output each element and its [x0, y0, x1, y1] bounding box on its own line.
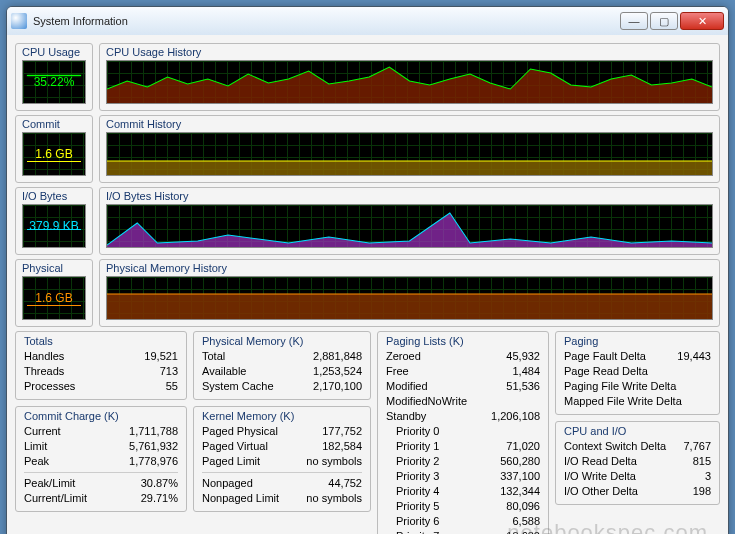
commit-history-graph [106, 132, 713, 176]
cpu-usage-value: 35.22% [34, 75, 75, 89]
cpu-history-graph [106, 60, 713, 104]
physical-value: 1.6 GB [35, 291, 72, 305]
physical-history-panel: Physical Memory History [99, 259, 720, 327]
paging-panel: Paging Page Fault Delta19,443 Page Read … [555, 331, 720, 415]
cpu-io-panel: CPU and I/O Context Switch Delta7,767 I/… [555, 421, 720, 505]
commit-gauge: Commit 1.6 GB [15, 115, 93, 183]
io-gauge: I/O Bytes 379.9 KB [15, 187, 93, 255]
minimize-button[interactable]: — [620, 12, 648, 30]
physical-gauge: Physical 1.6 GB [15, 259, 93, 327]
app-icon [11, 13, 27, 29]
io-history-panel: I/O Bytes History [99, 187, 720, 255]
history-label: CPU Usage History [106, 46, 713, 58]
physical-history-graph [106, 276, 713, 320]
kernel-memory-panel: Kernel Memory (K) Paged Physical177,752 … [193, 406, 371, 512]
paging-lists-panel: Paging Lists (K) Zeroed45,932 Free1,484 … [377, 331, 549, 534]
io-value: 379.9 KB [29, 219, 78, 233]
titlebar[interactable]: System Information — ▢ ✕ [7, 7, 728, 35]
commit-charge-panel: Commit Charge (K) Current1,711,788 Limit… [15, 406, 187, 512]
io-history-graph [106, 204, 713, 248]
maximize-button[interactable]: ▢ [650, 12, 678, 30]
cpu-usage-gauge: CPU Usage 35.22% [15, 43, 93, 111]
svg-rect-1 [107, 294, 712, 319]
commit-value: 1.6 GB [35, 147, 72, 161]
close-button[interactable]: ✕ [680, 12, 724, 30]
system-information-window: System Information — ▢ ✕ CPU Usage 35.22… [6, 6, 729, 534]
svg-rect-0 [107, 161, 712, 175]
totals-panel: Totals Handles19,521 Threads713 Processe… [15, 331, 187, 400]
cpu-history-panel: CPU Usage History [99, 43, 720, 111]
commit-history-panel: Commit History [99, 115, 720, 183]
window-title: System Information [33, 15, 618, 27]
physical-memory-panel: Physical Memory (K) Total2,881,848 Avail… [193, 331, 371, 400]
gauge-label: CPU Usage [22, 46, 86, 58]
